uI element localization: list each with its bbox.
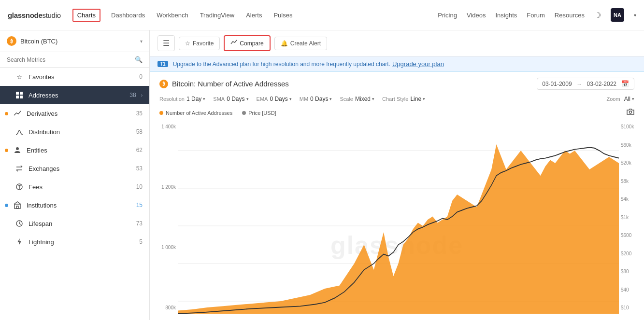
ema-chevron-icon: ▾ [289,97,292,101]
sidebar-item-lifespan[interactable]: Lifespan 73 [0,214,149,233]
logo-text: glassnode [8,11,43,19]
avatar[interactable]: NA [611,8,624,22]
chart-style-chevron-icon: ▾ [423,97,425,101]
sma-select[interactable]: 0 Days ▾ [227,96,248,102]
top-nav: glassnodestudio Charts Dashboards Workbe… [0,0,644,30]
svg-point-12 [630,111,632,113]
y-label-800k: 800k [152,305,176,310]
y-label-200: $200 [621,251,642,256]
sidebar-item-addresses[interactable]: Addresses 38 › [0,86,149,104]
sidebar-item-count: 5 [139,238,143,245]
y-axis-right: $100k $60k $20k $8k $4k $1k $600 $200 $8… [619,124,644,310]
resolution-chevron-icon: ▾ [203,97,205,101]
theme-toggle-icon[interactable]: ☽ [594,11,601,20]
y-label-1000k: 1 000k [152,245,176,250]
scale-control: Scale Mixed ▾ [340,96,374,102]
sidebar-item-lightning[interactable]: Lightning 5 [0,233,149,251]
sidebar-item-fees[interactable]: Fees 10 [0,178,149,196]
y-label-20k: $20k [621,160,642,166]
svg-rect-1 [20,92,23,95]
sidebar-item-label: Addresses [29,92,125,99]
date-from: 03-01-2009 [542,81,572,87]
chart-header: ₿ Bitcoin: Number of Active Addresses 03… [150,72,644,94]
chart-controls: Resolution 1 Day ▾ SMA 0 Days ▾ EMA 0 Da… [150,94,644,106]
nav-pulses[interactable]: Pulses [272,10,293,21]
sidebar-item-label: Lightning [29,238,134,246]
create-alert-button[interactable]: 🔔 Create Alert [274,37,327,50]
menu-button[interactable]: ☰ [157,35,175,51]
svg-marker-11 [17,238,21,245]
ema-label: EMA [257,96,268,102]
nav-forum[interactable]: Forum [527,12,545,19]
info-text: Upgrade to the Advanced plan for high re… [173,61,390,68]
sidebar-item-label: Distribution [29,128,131,136]
menu-icon: ☰ [163,39,170,48]
nav-left: glassnodestudio Charts Dashboards Workbe… [8,9,293,22]
sidebar-item-distribution[interactable]: Distribution 58 [0,123,149,141]
nav-workbench[interactable]: Workbench [156,10,189,21]
svg-rect-0 [16,92,19,95]
upgrade-link[interactable]: Upgrade your plan [392,60,444,68]
building-icon [13,201,22,209]
nav-dashboards[interactable]: Dashboards [110,10,146,21]
chart-style-select[interactable]: Line ▾ [410,96,425,102]
nav-pricing[interactable]: Pricing [438,12,457,19]
lightning-icon [15,237,24,246]
favorite-button[interactable]: ☆ Favorite [179,37,220,50]
logo: glassnodestudio [8,11,61,19]
sidebar-item-derivatives[interactable]: Derivatives 35 [0,104,149,123]
asset-selector[interactable]: ₿ Bitcoin (BTC) ▾ [0,30,149,52]
date-arrow-icon: → [577,81,582,87]
dot-none [7,167,10,170]
nav-alerts[interactable]: Alerts [245,10,263,21]
nav-resources[interactable]: Resources [555,12,585,19]
legend-active-addresses-label: Number of Active Addresses [166,110,232,116]
fees-icon [15,182,24,191]
y-label-40: $40 [621,287,642,292]
zoom-select[interactable]: All ▾ [624,96,634,102]
nav-charts[interactable]: Charts [72,9,100,22]
compare-label: Compare [240,40,263,47]
search-box: 🔍 [0,52,149,68]
sma-value: 0 Days [227,96,244,102]
sidebar-item-exchanges[interactable]: Exchanges 53 [0,159,149,178]
scale-value: Mixed [355,96,371,102]
nav-videos[interactable]: Videos [467,12,486,19]
nav-links: Charts Dashboards Workbench TradingView … [72,9,294,22]
date-range-picker[interactable]: 03-01-2009 → 03-02-2022 📅 [537,78,634,90]
mm-chevron-icon: ▾ [329,97,332,101]
avatar-chevron-icon[interactable]: ▾ [634,13,636,18]
sidebar: ₿ Bitcoin (BTC) ▾ 🔍 ☆ Favorites 0 Addr [0,30,150,320]
scale-select[interactable]: Mixed ▾ [355,96,374,102]
search-input[interactable] [7,56,135,63]
resolution-select[interactable]: 1 Day ▾ [186,96,205,102]
nav-right: Pricing Videos Insights Forum Resources … [438,8,636,22]
svg-point-4 [16,147,19,150]
y-label-4k: $4k [621,196,642,202]
mm-value: 0 Days [310,96,328,102]
camera-icon[interactable] [627,108,634,117]
legend-price-label: Price [USD] [248,110,276,116]
sidebar-item-institutions[interactable]: Institutions 15 [0,196,149,214]
scale-label: Scale [340,96,353,102]
ema-select[interactable]: 0 Days ▾ [270,96,291,102]
sidebar-item-favorites[interactable]: ☆ Favorites 0 [0,68,149,86]
dot-blue [5,204,8,207]
y-label-10: $10 [621,305,642,310]
compare-button[interactable]: Compare [224,35,270,51]
nav-insights[interactable]: Insights [495,12,517,19]
zoom-label: Zoom [607,96,620,102]
info-badge: T1 [157,61,168,67]
dot-orange [5,112,8,115]
sidebar-item-entities[interactable]: Entities 62 [0,141,149,159]
sidebar-item-count: 10 [136,183,143,190]
main-content: ☰ ☆ Favorite Compare 🔔 Create Alert T1 U… [150,30,644,320]
star-icon: ☆ [15,72,24,81]
person-icon [13,146,22,154]
mm-select[interactable]: 0 Days ▾ [310,96,332,102]
nav-tradingview[interactable]: TradingView [199,10,236,21]
favorite-label: Favorite [193,40,214,47]
zoom-chevron-icon: ▾ [632,97,634,101]
calendar-icon: 📅 [621,80,629,87]
sidebar-item-label: Exchanges [29,165,131,172]
